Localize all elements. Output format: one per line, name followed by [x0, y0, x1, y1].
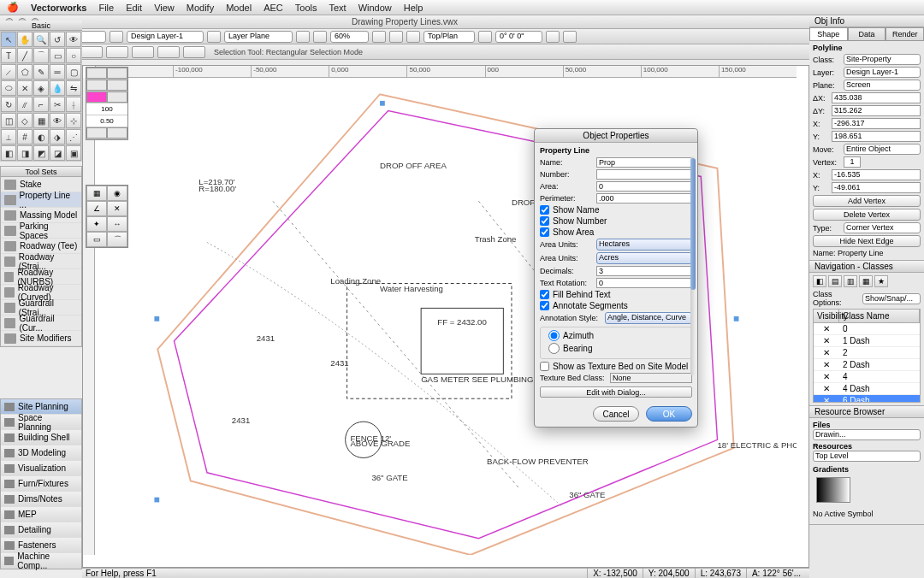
- attribute-mapping-tool-icon[interactable]: ▦: [33, 113, 49, 128]
- scrollbar-thumb[interactable]: [690, 158, 696, 290]
- render-mode-icon[interactable]: [478, 31, 492, 43]
- mode-btn-8[interactable]: [183, 46, 205, 58]
- fill-style-swatch[interactable]: [107, 80, 127, 91]
- area-units-select-1[interactable]: Hectares: [596, 239, 692, 251]
- clip-tool-icon[interactable]: ◫: [1, 113, 16, 128]
- tool-33[interactable]: ◐: [33, 129, 49, 144]
- show-number-checkbox[interactable]: [540, 216, 549, 226]
- toolset-parking[interactable]: Parking Spaces: [1, 223, 81, 239]
- class-row[interactable]: ✕2 Dash: [814, 359, 920, 371]
- class-row[interactable]: ✕4: [814, 371, 920, 383]
- palette-machine[interactable]: Machine Comp...: [1, 553, 81, 569]
- symbol-tool-icon[interactable]: ◈: [33, 80, 49, 96]
- dialog-scrollbar[interactable]: [690, 156, 696, 375]
- vertex-stepper[interactable]: 1: [844, 156, 861, 168]
- add-vertex-button[interactable]: Add Vertex: [813, 195, 921, 207]
- reshape-tool-icon[interactable]: ◇: [17, 113, 33, 128]
- bearing-radio[interactable]: [548, 343, 560, 354]
- working-plane-button[interactable]: [313, 31, 327, 43]
- move-by-points-tool-icon[interactable]: ⊹: [66, 113, 81, 128]
- tab-data[interactable]: Data: [848, 27, 886, 41]
- drawing-canvas[interactable]: -150,000 -100,000 -50,000 0,000 50,000 0…: [82, 65, 809, 568]
- classes-icon[interactable]: [207, 31, 221, 43]
- perimeter-input[interactable]: [596, 193, 692, 203]
- layer-select[interactable]: Design Layer-1: [127, 31, 204, 43]
- snap-grid-icon[interactable]: ▦: [86, 186, 107, 201]
- number-input[interactable]: [596, 169, 692, 180]
- toolset-property-line[interactable]: Property Line ...: [1, 192, 81, 208]
- area-input[interactable]: [596, 181, 692, 192]
- line-thickness-input[interactable]: [86, 103, 127, 115]
- tool-37[interactable]: ◨: [17, 145, 33, 161]
- azimuth-radio[interactable]: [548, 330, 560, 341]
- pan-tool-icon[interactable]: ✋: [17, 32, 33, 47]
- hide-edge-button[interactable]: Hide Next Edge: [813, 235, 921, 247]
- nav-saved-icon[interactable]: ★: [874, 275, 888, 287]
- layer-select-oi[interactable]: Design Layer-1: [844, 67, 921, 78]
- rect-tool-icon[interactable]: ▭: [50, 48, 65, 63]
- opacity-input[interactable]: [86, 115, 127, 127]
- resources-select[interactable]: Top Level: [813, 451, 921, 462]
- tab-shape[interactable]: Shape: [809, 27, 848, 41]
- palette-furn-fixtures[interactable]: Furn/Fixtures: [1, 476, 81, 492]
- vx-field[interactable]: -16.535: [832, 169, 921, 180]
- fit-button[interactable]: [389, 31, 403, 43]
- texture-bed-checkbox[interactable]: [540, 362, 549, 371]
- angle-field[interactable]: 0° 0' 0": [495, 31, 542, 43]
- show-area-checkbox[interactable]: [540, 227, 549, 237]
- zoom-dropdown-icon[interactable]: [372, 31, 386, 43]
- palette-dims-notes[interactable]: Dims/Notes: [1, 492, 81, 507]
- tab-render[interactable]: Render: [886, 27, 924, 41]
- flyover-tool-icon[interactable]: ↺: [50, 32, 65, 47]
- palette-space-planning[interactable]: Space Planning: [1, 415, 81, 430]
- nav-classes-icon[interactable]: ◧: [813, 275, 826, 287]
- visibility-tool-icon[interactable]: 👁: [50, 113, 65, 128]
- layers-icon[interactable]: [110, 31, 123, 43]
- edit-with-dialog-button[interactable]: Edit with Dialog...: [540, 386, 692, 398]
- vy-field[interactable]: -49.061: [832, 182, 921, 193]
- selection-tool-icon[interactable]: ↖: [1, 32, 16, 47]
- number-stamp-tool-icon[interactable]: #: [17, 129, 33, 144]
- mode-btn-6[interactable]: [132, 46, 154, 58]
- class-row[interactable]: ✕4 Dash: [814, 383, 920, 395]
- mode-btn-5[interactable]: [106, 46, 128, 58]
- toolset-site-modifiers[interactable]: Site Modifiers: [1, 331, 81, 346]
- delete-vertex-button[interactable]: Delete Vertex: [813, 209, 921, 221]
- mode-btn-7[interactable]: [157, 46, 180, 58]
- color-swatch[interactable]: [86, 91, 107, 103]
- palette-3d-modeling[interactable]: 3D Modeling: [1, 445, 81, 461]
- show-name-checkbox[interactable]: [540, 205, 549, 215]
- menu-text[interactable]: Text: [329, 3, 346, 13]
- marker-end-swatch[interactable]: [107, 127, 127, 139]
- mirror-tool-icon[interactable]: ⇋: [66, 80, 81, 96]
- palette-mep[interactable]: MEP: [1, 507, 81, 522]
- line-tool-icon[interactable]: ╱: [17, 48, 33, 63]
- menu-modify[interactable]: Modify: [187, 3, 214, 13]
- menu-file[interactable]: File: [98, 3, 114, 13]
- palette-building-shell[interactable]: Building Shell: [1, 430, 81, 445]
- tool-36[interactable]: ◧: [1, 145, 16, 161]
- toolbar-extra-1[interactable]: [546, 31, 560, 43]
- annotate-checkbox[interactable]: [540, 301, 549, 310]
- tool-38[interactable]: ◩: [33, 145, 49, 161]
- col-classname[interactable]: Class Name: [839, 310, 920, 322]
- fill-behind-checkbox[interactable]: [540, 290, 549, 299]
- class-select[interactable]: Site-Property: [844, 54, 921, 65]
- menu-aec[interactable]: AEC: [264, 3, 283, 13]
- locus-tool-icon[interactable]: ✕: [17, 80, 33, 96]
- class-row[interactable]: ✕0: [814, 323, 920, 335]
- class-row[interactable]: ✕6 Dash: [814, 395, 920, 403]
- polyline-tool-icon[interactable]: ⟋: [1, 64, 16, 80]
- constraint-tool-icon[interactable]: ⟂: [1, 129, 16, 144]
- app-name[interactable]: Vectorworks: [31, 3, 86, 13]
- class-row[interactable]: ✕1 Dash: [814, 335, 920, 347]
- menu-window[interactable]: Window: [358, 3, 392, 13]
- rounded-rect-tool-icon[interactable]: ▢: [66, 64, 81, 80]
- menu-edit[interactable]: Edit: [126, 3, 142, 13]
- offset-tool-icon[interactable]: ⫽: [17, 97, 33, 112]
- nav-layers-icon[interactable]: ▤: [828, 275, 842, 287]
- rotation-input[interactable]: [596, 278, 692, 288]
- view-select[interactable]: Top/Plan: [424, 31, 475, 43]
- trim-tool-icon[interactable]: ✂: [50, 97, 65, 112]
- snap-angle-icon[interactable]: ∠: [86, 201, 107, 216]
